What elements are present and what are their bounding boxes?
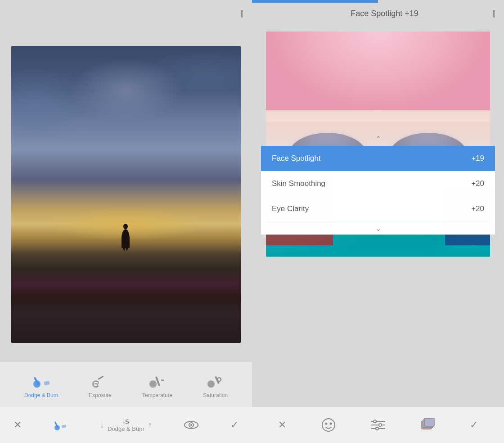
left-confirm-button[interactable]: ✓ [230, 419, 238, 431]
svg-rect-14 [62, 425, 67, 428]
right-bottom-bar: ✕ [252, 407, 504, 443]
svg-point-24 [374, 420, 376, 423]
arrow-down-icon: ↓ [100, 420, 104, 430]
progress-bar [252, 0, 378, 3]
filter-stack-button[interactable] [420, 417, 435, 433]
split-view-icon[interactable]: ⫿ [240, 8, 245, 19]
left-toolbar: Dodge & Burn EV Exposure Te [0, 362, 252, 407]
right-cancel-button[interactable]: ✕ [278, 419, 286, 431]
face-spotlight-value: +19 [471, 154, 484, 163]
tool-saturation[interactable]: Saturation [203, 371, 228, 398]
chevron-up-icon[interactable]: ⌃ [261, 133, 495, 145]
right-top-bar: Face Spotlight +19 ⫿ [252, 0, 504, 27]
svg-point-9 [207, 380, 215, 388]
exposure-label: Exposure [89, 392, 112, 398]
svg-point-18 [322, 419, 335, 431]
panel-title: Face Spotlight +19 [277, 9, 492, 18]
eye-preview-button[interactable] [184, 420, 198, 429]
dodge-burn-value-display: ↓ -5 Dodge & Burn ↑ [100, 418, 152, 432]
temperature-label: Temperature [142, 392, 172, 398]
right-confirm-button[interactable]: ✓ [470, 419, 478, 431]
right-panel: Face Spotlight +19 ⫿ ⌃ Face Spotlight +1… [252, 0, 504, 443]
saturation-label: Saturation [203, 392, 228, 398]
tool-temperature[interactable]: Temperature [142, 371, 172, 398]
skin-smoothing-label: Skin Smoothing [272, 179, 325, 188]
brush-tool-button[interactable] [54, 418, 68, 432]
left-photo [11, 46, 241, 343]
chevron-down-icon[interactable]: ⌄ [261, 222, 495, 235]
right-image-area: ⌃ Face Spotlight +19 Skin Smoothing +20 … [252, 27, 504, 407]
dropdown-item-eye-clarity[interactable]: Eye Clarity +20 [261, 196, 495, 222]
tool-dodge-burn[interactable]: Dodge & Burn [24, 371, 58, 398]
svg-point-17 [190, 424, 192, 426]
left-top-bar: ⫿ [0, 0, 252, 27]
svg-rect-8 [161, 380, 164, 381]
svg-point-20 [329, 423, 332, 425]
skin-smoothing-value: +20 [471, 179, 484, 188]
dodge-burn-label: Dodge & Burn [24, 392, 58, 398]
right-split-view-icon[interactable]: ⫿ [492, 8, 497, 19]
left-bottom-bar: ✕ ↓ -5 Dodge & Burn ↑ ✓ [0, 407, 252, 443]
svg-point-26 [376, 427, 378, 430]
tool-name-label: Dodge & Burn [108, 425, 144, 432]
face-spotlight-label: Face Spotlight [272, 154, 321, 163]
dropdown-item-skin-smoothing[interactable]: Skin Smoothing +20 [261, 171, 495, 196]
left-cancel-button[interactable]: ✕ [14, 419, 22, 431]
svg-rect-5 [98, 375, 104, 380]
face-detection-button[interactable] [321, 417, 336, 433]
svg-point-25 [379, 424, 382, 426]
temperature-icon [148, 371, 167, 390]
dodge-burn-icon [32, 371, 51, 390]
svg-rect-2 [44, 381, 50, 385]
tool-exposure[interactable]: EV Exposure [89, 371, 112, 398]
left-panel: ⫿ Dodge & Burn EV [0, 0, 252, 443]
arrow-up-icon: ↑ [148, 420, 152, 430]
svg-rect-29 [424, 418, 434, 426]
eye-clarity-label: Eye Clarity [272, 204, 309, 213]
svg-text:EV: EV [94, 382, 100, 387]
adjustment-dropdown: ⌃ Face Spotlight +19 Skin Smoothing +20 … [261, 133, 495, 235]
dropdown-list: Face Spotlight +19 Skin Smoothing +20 Ey… [261, 146, 495, 235]
dropdown-item-face-spotlight[interactable]: Face Spotlight +19 [261, 146, 495, 171]
eye-clarity-value: +20 [471, 204, 484, 213]
exposure-icon: EV [90, 371, 110, 390]
silhouette-figure [122, 229, 130, 248]
saturation-icon [206, 371, 225, 390]
sliders-button[interactable] [370, 419, 386, 431]
svg-point-6 [149, 380, 157, 388]
left-image-area [0, 27, 252, 362]
svg-point-19 [325, 423, 327, 425]
adjustment-value: -5 [123, 418, 129, 425]
